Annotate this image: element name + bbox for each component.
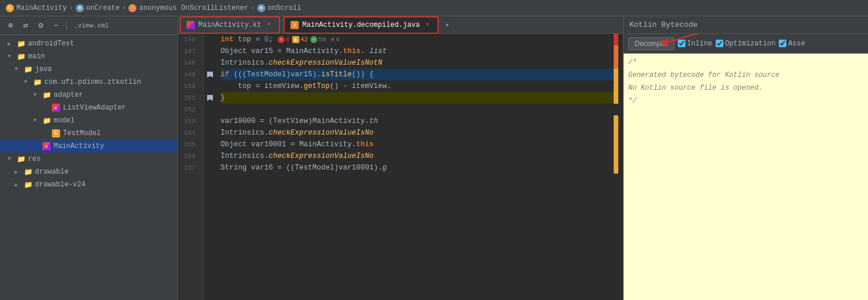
breadcrumb-label-3: anonymous OnScrollListener — [139, 4, 248, 12]
line-num-148: 148 — [178, 57, 199, 69]
bytecode-toolbar: Decompile Inline Optimization Asse — [624, 34, 868, 54]
code-line-149: if ((( TestModel )var15). isTitle ()) { — [220, 69, 618, 80]
decompile-button[interactable]: Decompile — [628, 37, 674, 50]
breadcrumb-item-4[interactable]: m onScroll — [257, 4, 302, 12]
tab-close-2[interactable]: × — [424, 21, 432, 29]
code-line-156: Intrinsics . checkExpressionValueIsNo — [220, 150, 618, 162]
breadcrumb-sep-3: › — [251, 4, 255, 12]
sidebar-item-res[interactable]: ▼ 📁 res — [0, 153, 177, 165]
gutter-157 — [204, 162, 216, 174]
sidebar-item-listviewadapter[interactable]: K ListViewAdapter — [0, 101, 177, 114]
code-line-154: Intrinsics . checkExpressionValueIsNo — [220, 127, 618, 139]
line-num-151: 151 — [178, 92, 199, 104]
code-line-152 — [220, 104, 618, 115]
sidebar-item-mainactivity[interactable]: K MainActivity — [0, 140, 177, 153]
kotlin-icon-lva: K — [51, 103, 61, 112]
optimization-label: Optimization — [725, 40, 775, 48]
warn-gutter-157 — [614, 162, 618, 174]
sidebar-item-model[interactable]: ▼ 📁 model — [0, 114, 177, 127]
gutter-152 — [204, 104, 216, 115]
line-num-156: 156 — [178, 150, 199, 162]
folder-icon-pkg: 📁 — [33, 77, 42, 87]
folder-icon-model: 📁 — [42, 116, 51, 125]
nav-up-arrow[interactable]: ∧ — [331, 34, 335, 45]
tabs-bar: MainActivity.kt × J MainActivity.decompi… — [178, 16, 623, 34]
asse-checkbox-item[interactable]: Asse — [779, 40, 805, 48]
line-num-147: 147 — [178, 45, 199, 57]
gutter-icons — [204, 34, 216, 300]
asse-checkbox[interactable] — [779, 40, 786, 47]
sidebar-item-testmodel[interactable]: C TestModel — [0, 127, 177, 140]
add-icon[interactable]: ⊕ — [5, 20, 16, 31]
sidebar-label-adapter: adapter — [54, 91, 83, 99]
warn-gutter-155 — [614, 139, 618, 150]
inline-label: Inline — [687, 40, 712, 48]
sync-icon[interactable]: ⇄ — [20, 20, 32, 31]
gutter-153 — [204, 115, 216, 127]
warn-gutter-154 — [614, 127, 618, 139]
minus-icon[interactable]: − — [50, 20, 62, 31]
sidebar-item-java[interactable]: ▼ 📁 java — [0, 63, 177, 76]
warn-gutter-153 — [614, 115, 618, 127]
optimization-checkbox[interactable] — [716, 40, 723, 47]
code-content-area[interactable]: int top = 0 ; ! 8 ▲ 42 — [216, 34, 623, 300]
sidebar: ⊕ ⇄ ⚙ − _view.xml ▶ 📁 androidTest ▼ 📁 ma… — [0, 16, 178, 300]
tab-mainactivity-java[interactable]: J MainActivity.decompiled.java × — [284, 16, 439, 34]
gutter-147 — [204, 45, 216, 57]
editor-area: MainActivity.kt × J MainActivity.decompi… — [178, 16, 623, 300]
gutter-156 — [204, 150, 216, 162]
line-num-155: 155 — [178, 139, 199, 150]
breadcrumb-item-2[interactable]: m onCreate — [76, 4, 120, 12]
nav-down-arrow[interactable]: ∨ — [336, 34, 340, 45]
warn-gutter-156 — [614, 150, 618, 162]
class-icon-testmodel: C — [51, 129, 61, 138]
view-xml-tab[interactable]: _view.xml — [74, 22, 108, 29]
settings-icon[interactable]: ⚙ — [35, 20, 47, 31]
line-num-152: 152 — [178, 104, 199, 115]
sidebar-item-androidtest[interactable]: ▶ 📁 androidTest — [0, 37, 177, 50]
line-num-157: 157 — [178, 162, 199, 174]
main-container: ⊕ ⇄ ⚙ − _view.xml ▶ 📁 androidTest ▼ 📁 ma… — [0, 16, 868, 300]
breadcrumb-m-icon-2: m — [257, 4, 265, 12]
gutter-149 — [204, 69, 216, 80]
chevron-down-icon-model: ▼ — [30, 116, 40, 125]
sidebar-label-model: model — [54, 117, 75, 125]
warn-gutter-151 — [614, 92, 618, 104]
line-num-149: 149 — [178, 69, 199, 80]
sidebar-item-adapter[interactable]: ▼ 📁 adapter — [0, 89, 177, 101]
sidebar-item-package[interactable]: ▼ 📁 com.ufi.pdioms.ztkotlin — [0, 76, 177, 89]
orange-gutter-147 — [614, 45, 618, 57]
spacer-icon-tm — [40, 129, 49, 138]
tab-close-1[interactable]: × — [265, 21, 273, 29]
bytecode-content: /* Generated bytecode for Kotlin source … — [624, 54, 868, 300]
chevron-down-icon-main: ▼ — [5, 52, 14, 61]
bytecode-line-4: */ — [628, 94, 863, 107]
tab-mainactivity-kt[interactable]: MainActivity.kt × — [180, 16, 280, 34]
sidebar-item-drawable-v24[interactable]: ▶ 📁 drawable-v24 — [0, 178, 177, 191]
sidebar-item-main[interactable]: ▼ 📁 main — [0, 50, 177, 63]
folder-icon-drawablev24: 📁 — [23, 180, 33, 189]
bytecode-title: Kotlin Bytecode — [629, 20, 698, 29]
breadcrumb-item-1[interactable]: C MainActivity — [6, 4, 66, 12]
inline-checkbox-item[interactable]: Inline — [678, 40, 712, 48]
chevron-right-icon-drawable: ▶ — [12, 167, 21, 177]
chevron-right-icon: ▶ — [5, 39, 14, 48]
chevron-down-icon-adapter: ▼ — [30, 90, 40, 100]
optimization-checkbox-item[interactable]: Optimization — [716, 40, 775, 48]
breadcrumb-label-1: MainActivity — [16, 4, 66, 12]
inline-checkbox[interactable] — [678, 40, 685, 47]
tabs-overflow-button[interactable]: ▾ — [440, 16, 454, 34]
breadcrumb-item-3[interactable]: ○ anonymous OnScrollListener — [128, 4, 248, 12]
ok-badge: ✓ 50 — [310, 34, 326, 45]
chevron-down-icon-pkg: ▼ — [21, 77, 30, 87]
code-line-155: Object var10001 = MainActivity . this — [220, 139, 618, 150]
bytecode-line-3: No Kotlin source file is opened. — [628, 82, 863, 94]
breadcrumb-label-2: onCreate — [86, 4, 120, 12]
chevron-down-icon-java: ▼ — [12, 65, 21, 74]
breadcrumb-m-icon-1: m — [76, 4, 84, 12]
warn-badge: ▲ 42 — [292, 34, 308, 45]
sidebar-item-drawable[interactable]: ▶ 📁 drawable — [0, 165, 177, 178]
line-num-146: 146 — [178, 34, 199, 45]
code-line-148: Intrinsics . checkExpressionValueIsNotN — [220, 57, 618, 69]
tab-label-mainactivity-java: MainActivity.decompiled.java — [302, 21, 420, 29]
